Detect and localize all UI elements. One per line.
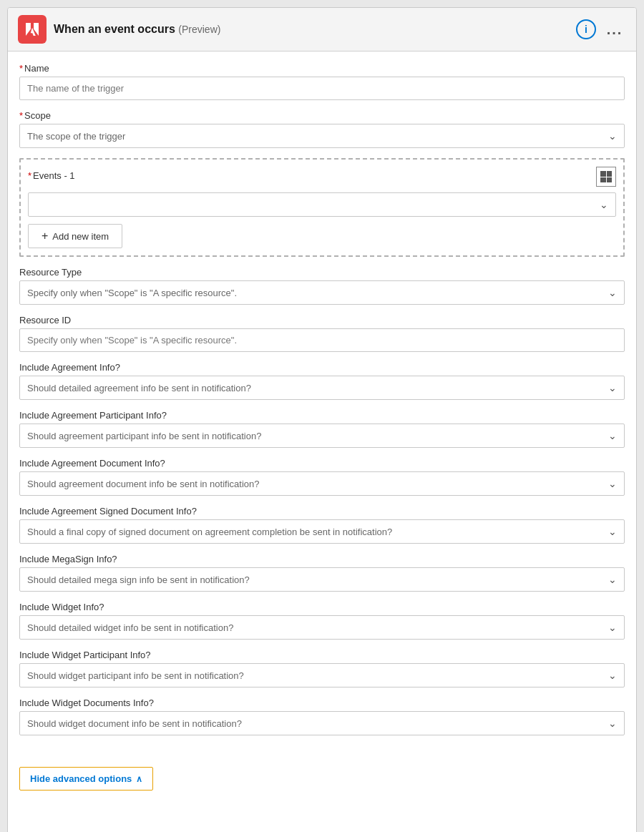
include-agreement-document-info-select[interactable]: Should agreement document info be sent i… [19,471,625,496]
include-agreement-info-label: Include Agreement Info? [19,362,625,373]
more-options-button[interactable]: ... [603,18,626,41]
plus-icon: + [42,230,48,242]
include-agreement-info-field-group: Include Agreement Info? Should detailed … [19,362,625,400]
resource-type-field-group: Resource Type Specify only when "Scope" … [19,267,625,305]
table-icon-button[interactable] [596,167,616,187]
trigger-card: When an event occurs (Preview) i ... * N… [7,7,637,832]
include-agreement-document-info-label: Include Agreement Document Info? [19,458,625,469]
include-widget-info-chevron-icon: ⌄ [608,622,617,633]
include-agreement-info-placeholder: Should detailed agreement info be sent i… [27,383,251,393]
card-header: When an event occurs (Preview) i ... [8,8,636,52]
hide-advanced-button[interactable]: Hide advanced options ∧ [19,767,153,791]
resource-type-placeholder: Specify only when "Scope" is "A specific… [27,288,237,298]
include-agreement-signed-document-info-select[interactable]: Should a final copy of signed document o… [19,519,625,544]
include-agreement-signed-document-info-placeholder: Should a final copy of signed document o… [27,527,392,537]
include-agreement-participant-info-select[interactable]: Should agreement participant info be sen… [19,424,625,448]
resource-type-chevron-icon: ⌄ [608,287,617,298]
include-agreement-signed-document-info-label: Include Agreement Signed Document Info? [19,506,625,517]
include-widget-participant-info-placeholder: Should widget participant info be sent i… [27,670,244,681]
hide-advanced-section: Hide advanced options ∧ [19,757,153,801]
include-agreement-signed-document-info-field-group: Include Agreement Signed Document Info? … [19,506,625,544]
hide-advanced-label: Hide advanced options [30,773,132,784]
include-agreement-participant-info-chevron-icon: ⌄ [608,430,617,441]
include-agreement-document-info-placeholder: Should agreement document info be sent i… [27,479,260,489]
events-select[interactable]: ⌄ [28,192,616,217]
events-header: * Events - 1 [28,167,616,187]
name-input[interactable] [19,77,625,100]
resource-type-label: Resource Type [19,267,625,278]
include-agreement-participant-info-label: Include Agreement Participant Info? [19,410,625,421]
include-widget-info-label: Include Widget Info? [19,602,625,612]
include-agreement-document-info-chevron-icon: ⌄ [608,478,617,489]
include-widget-documents-info-chevron-icon: ⌄ [608,718,617,729]
include-agreement-info-select[interactable]: Should detailed agreement info be sent i… [19,376,625,400]
more-options-label: ... [607,21,623,38]
scope-placeholder: The scope of the trigger [27,131,125,142]
include-widget-info-field-group: Include Widget Info? Should detailed wid… [19,602,625,640]
scope-field-group: * Scope The scope of the trigger ⌄ [19,110,625,148]
app-logo [18,15,47,44]
name-field-group: * Name [19,63,625,100]
resource-id-field-group: Resource ID [19,315,625,352]
adobe-logo-icon [24,21,41,38]
resource-id-input[interactable] [19,328,625,352]
events-chevron-icon: ⌄ [600,199,608,210]
scope-chevron-icon: ⌄ [608,130,617,142]
include-widget-participant-info-label: Include Widget Participant Info? [19,650,625,660]
include-widget-participant-info-chevron-icon: ⌄ [608,670,617,681]
resource-id-label: Resource ID [19,315,625,326]
events-container: * Events - 1 ⌄ + Add new ite [19,158,625,257]
name-label: * Name [19,63,625,74]
scope-label: * Scope [19,110,625,121]
header-actions: i ... [576,18,626,41]
include-megasign-info-chevron-icon: ⌄ [608,574,617,585]
include-agreement-info-chevron-icon: ⌄ [608,382,617,393]
include-agreement-participant-info-placeholder: Should agreement participant info be sen… [27,431,261,441]
include-widget-participant-info-field-group: Include Widget Participant Info? Should … [19,650,625,687]
scope-select[interactable]: The scope of the trigger ⌄ [19,124,625,148]
include-widget-participant-info-select[interactable]: Should widget participant info be sent i… [19,663,625,687]
include-widget-documents-info-field-group: Include Widget Documents Info? Should wi… [19,698,625,735]
include-agreement-document-info-field-group: Include Agreement Document Info? Should … [19,458,625,496]
include-widget-documents-info-select[interactable]: Should widget document info be sent in n… [19,711,625,735]
include-agreement-signed-document-info-chevron-icon: ⌄ [608,526,617,537]
subtitle-text: (Preview) [178,24,220,35]
include-agreement-participant-info-field-group: Include Agreement Participant Info? Shou… [19,410,625,448]
card-body: * Name * Scope The scope of the trigger … [8,52,636,801]
add-new-item-button[interactable]: + Add new item [28,224,122,248]
title-text: When an event occurs [54,23,175,35]
add-new-item-label: Add new item [52,231,109,242]
table-grid-icon [600,171,612,182]
include-megasign-info-select[interactable]: Should detailed mega sign info be sent i… [19,567,625,592]
include-widget-documents-info-label: Include Widget Documents Info? [19,698,625,708]
resource-type-select[interactable]: Specify only when "Scope" is "A specific… [19,280,625,305]
include-megasign-info-label: Include MegaSign Info? [19,554,625,564]
info-button[interactable]: i [576,19,596,39]
include-widget-info-placeholder: Should detailed widget info be sent in n… [27,622,233,633]
include-widget-documents-info-placeholder: Should widget document info be sent in n… [27,718,242,729]
chevron-up-icon: ∧ [136,774,142,784]
include-megasign-info-placeholder: Should detailed mega sign info be sent i… [27,574,250,585]
events-label: * Events - 1 [28,170,75,181]
include-widget-info-select[interactable]: Should detailed widget info be sent in n… [19,615,625,640]
include-megasign-info-field-group: Include MegaSign Info? Should detailed m… [19,554,625,592]
header-title: When an event occurs (Preview) [54,23,569,36]
